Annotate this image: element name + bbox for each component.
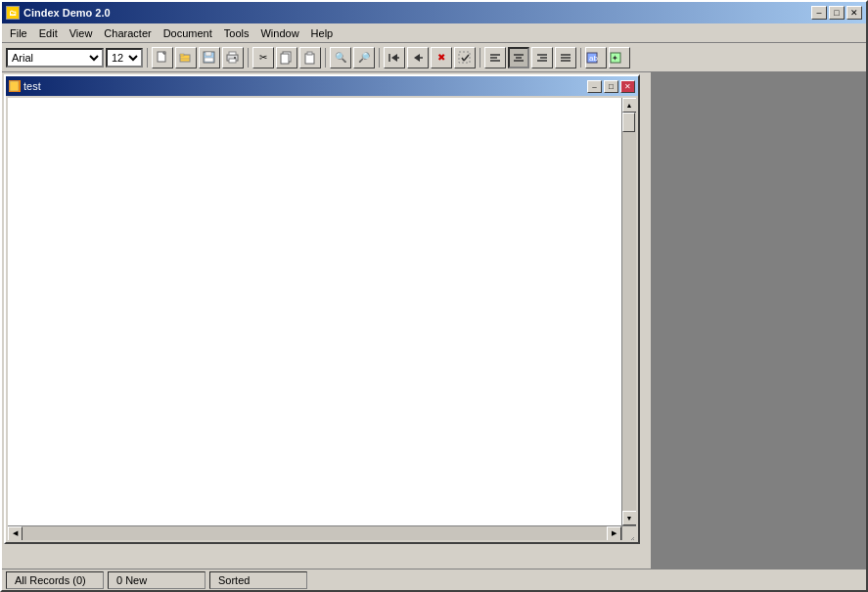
minimize-button[interactable]: – bbox=[811, 6, 827, 20]
select-button[interactable] bbox=[454, 47, 476, 68]
find-icon: 🔍 bbox=[335, 53, 346, 63]
font-size-select[interactable]: 8 10 12 14 16 18 24 bbox=[106, 48, 143, 68]
svg-point-10 bbox=[234, 57, 236, 59]
font-select[interactable]: Arial Times New Roman Courier New bbox=[6, 48, 104, 68]
maximize-button[interactable]: □ bbox=[829, 6, 845, 20]
special2-button[interactable]: ✦ bbox=[609, 47, 630, 68]
mdi-area: test – □ ✕ bbox=[2, 72, 651, 569]
align-center-button[interactable] bbox=[508, 47, 529, 68]
scroll-down-button[interactable]: ▼ bbox=[622, 511, 637, 525]
paste-icon bbox=[303, 51, 317, 65]
first-record-button[interactable] bbox=[384, 47, 405, 68]
special2-icon: ✦ bbox=[610, 51, 629, 65]
special1-button[interactable]: ab bbox=[585, 47, 607, 68]
copy-icon bbox=[280, 51, 294, 65]
save-icon bbox=[203, 51, 216, 65]
toolbar-separator-6 bbox=[580, 48, 581, 68]
svg-rect-2 bbox=[180, 54, 184, 56]
menu-view[interactable]: View bbox=[64, 25, 99, 41]
sorted-label: Sorted bbox=[218, 574, 250, 586]
close-record-icon: ✖ bbox=[437, 53, 445, 63]
child-title-bar: test – □ ✕ bbox=[6, 76, 638, 96]
child-title-left: test bbox=[9, 80, 41, 92]
records-label: All Records (0) bbox=[15, 574, 86, 586]
status-sorted: Sorted bbox=[209, 571, 307, 589]
right-panel bbox=[651, 72, 866, 569]
select-icon bbox=[458, 51, 472, 65]
menu-file[interactable]: File bbox=[4, 25, 33, 41]
paste-button[interactable] bbox=[299, 47, 321, 68]
scroll-left-button[interactable]: ◀ bbox=[8, 526, 23, 541]
justify-button[interactable] bbox=[555, 47, 576, 68]
svg-marker-18 bbox=[414, 54, 420, 62]
resize-grip[interactable] bbox=[628, 532, 636, 540]
prev-record-button[interactable] bbox=[407, 47, 429, 68]
align-left-button[interactable] bbox=[484, 47, 506, 68]
svg-text:ab: ab bbox=[589, 54, 598, 63]
toolbar: Arial Times New Roman Courier New 8 10 1… bbox=[2, 43, 866, 72]
svg-rect-6 bbox=[205, 58, 213, 62]
title-bar-left: 🗂 Cindex Demo 2.0 bbox=[6, 6, 111, 20]
app-icon: 🗂 bbox=[6, 6, 20, 20]
scroll-track-h bbox=[23, 526, 607, 540]
child-window-title: test bbox=[23, 80, 41, 92]
svg-rect-39 bbox=[10, 81, 19, 91]
status-records: All Records (0) bbox=[6, 571, 104, 589]
cut-icon: ✂ bbox=[259, 53, 267, 63]
scrollbar-corner bbox=[621, 525, 636, 540]
scroll-right-button[interactable]: ▶ bbox=[607, 526, 621, 541]
align-right-button[interactable] bbox=[531, 47, 553, 68]
app-icon-glyph: 🗂 bbox=[9, 9, 17, 18]
menu-bar: File Edit View Character Document Tools … bbox=[2, 23, 866, 43]
open-button[interactable] bbox=[175, 47, 197, 68]
status-new: 0 New bbox=[108, 571, 206, 589]
child-close-button[interactable]: ✕ bbox=[620, 80, 635, 93]
menu-document[interactable]: Document bbox=[158, 25, 218, 41]
print-icon bbox=[226, 51, 240, 65]
menu-help[interactable]: Help bbox=[305, 25, 340, 41]
child-window: test – □ ✕ bbox=[4, 74, 640, 544]
save-button[interactable] bbox=[199, 47, 220, 68]
child-window-icon bbox=[9, 80, 21, 92]
scroll-up-button[interactable]: ▲ bbox=[622, 98, 637, 113]
new-button[interactable] bbox=[152, 47, 173, 68]
menu-character[interactable]: Character bbox=[98, 25, 157, 41]
find-next-button[interactable]: 🔎 bbox=[353, 47, 375, 68]
svg-rect-5 bbox=[206, 52, 211, 56]
svg-rect-9 bbox=[229, 59, 236, 63]
vertical-scrollbar[interactable]: ▲ ▼ bbox=[621, 98, 636, 525]
menu-window[interactable]: Window bbox=[254, 25, 304, 41]
scroll-track-v bbox=[622, 113, 636, 511]
menu-edit[interactable]: Edit bbox=[33, 25, 64, 41]
new-count-label: 0 New bbox=[116, 574, 147, 586]
document-icon bbox=[9, 80, 21, 92]
toolbar-separator-5 bbox=[480, 48, 480, 68]
status-bar: All Records (0) 0 New Sorted bbox=[2, 569, 866, 590]
toolbar-separator-4 bbox=[379, 48, 380, 68]
main-window: 🗂 Cindex Demo 2.0 – □ ✕ File Edit View C… bbox=[0, 0, 868, 592]
svg-rect-8 bbox=[229, 52, 236, 55]
cut-button[interactable]: ✂ bbox=[252, 47, 274, 68]
menu-tools[interactable]: Tools bbox=[218, 25, 255, 41]
child-maximize-button[interactable]: □ bbox=[604, 80, 618, 93]
align-left-icon bbox=[488, 51, 502, 65]
svg-marker-16 bbox=[391, 54, 397, 62]
scroll-thumb-v[interactable] bbox=[622, 113, 635, 132]
svg-text:✦: ✦ bbox=[612, 54, 618, 63]
svg-line-22 bbox=[464, 55, 469, 61]
justify-icon bbox=[559, 51, 572, 65]
copy-button[interactable] bbox=[276, 47, 297, 68]
print-button[interactable] bbox=[222, 47, 244, 68]
special1-icon: ab bbox=[586, 51, 606, 65]
child-minimize-button[interactable]: – bbox=[587, 80, 602, 93]
close-record-button[interactable]: ✖ bbox=[431, 47, 452, 68]
resize-icon bbox=[628, 535, 636, 540]
title-buttons: – □ ✕ bbox=[811, 6, 862, 20]
title-bar: 🗂 Cindex Demo 2.0 – □ ✕ bbox=[2, 2, 866, 23]
child-title-buttons: – □ ✕ bbox=[587, 80, 635, 93]
horizontal-scrollbar[interactable]: ◀ ▶ bbox=[8, 525, 621, 540]
document-area[interactable]: ▲ ▼ ◀ ▶ bbox=[8, 98, 636, 540]
toolbar-separator-2 bbox=[248, 48, 249, 68]
close-button[interactable]: ✕ bbox=[846, 6, 862, 20]
find-button[interactable]: 🔍 bbox=[330, 47, 351, 68]
